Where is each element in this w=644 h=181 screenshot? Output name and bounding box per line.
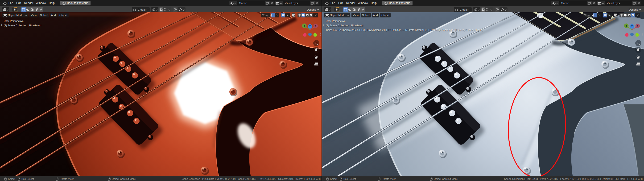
svg-text:Z: Z <box>309 25 311 28</box>
svg-text:X: X <box>637 25 638 27</box>
svg-text:Y: Y <box>626 24 627 27</box>
svg-text:X: X <box>315 25 316 27</box>
svg-text:Y: Y <box>304 24 305 27</box>
svg-text:Z: Z <box>631 25 633 28</box>
